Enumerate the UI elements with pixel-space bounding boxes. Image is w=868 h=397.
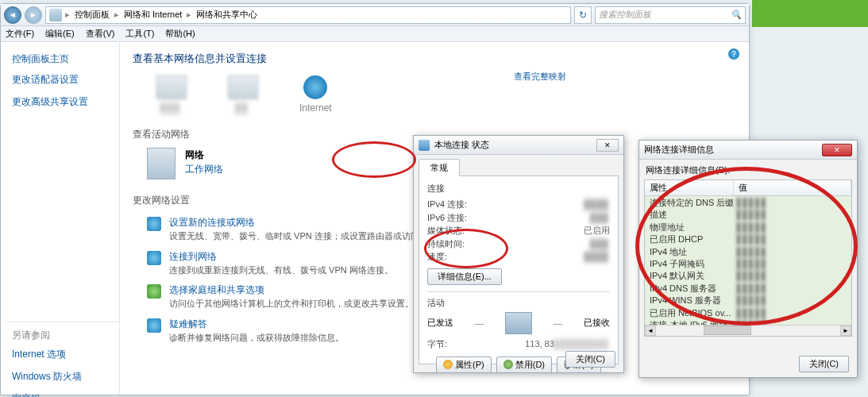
tab-general[interactable]: 常规 xyxy=(419,159,460,176)
menu-view[interactable]: 查看(V) xyxy=(86,28,115,40)
scroll-left-icon[interactable]: ◄ xyxy=(645,326,656,336)
media-state-label: 媒体状态: xyxy=(427,224,489,237)
homegroup-share-link[interactable]: 选择家庭组和共享选项 xyxy=(169,283,414,297)
prop-name: IPv4 子网掩码 xyxy=(645,258,734,270)
network-center-window: ◄ ► ▸ 控制面板 ▸ 网络和 Internet ▸ 网络和共享中心 ↻ 搜索… xyxy=(0,3,750,395)
ipv6-conn-label: IPv6 连接: xyxy=(427,211,489,225)
sidebar-adapter-settings[interactable]: 更改适配器设置 xyxy=(6,71,119,93)
search-icon: 🔍 xyxy=(731,10,742,20)
sidebar-home[interactable]: 控制面板主页 xyxy=(6,50,119,71)
duration-value: ▌▌▌ xyxy=(489,237,610,251)
page-accent-bar xyxy=(752,0,868,27)
details-row[interactable]: IPv4 默认网关▌▌▌▌▌ xyxy=(645,270,851,282)
prop-name: 已启用 NetBIOS ov... xyxy=(645,307,734,319)
scroll-thumb[interactable] xyxy=(704,326,751,335)
prop-value: ▌▌▌▌▌ xyxy=(734,295,851,306)
details-row[interactable]: IPv4 子网掩码▌▌▌▌▌ xyxy=(645,258,851,270)
prop-value: ▌▌▌▌▌ xyxy=(734,246,851,258)
refresh-button[interactable]: ↻ xyxy=(574,6,592,24)
prop-value: ▌▌▌▌▌ xyxy=(734,222,851,233)
local-connection-status-dialog: 本地连接 状态 ✕ 常规 连接 IPv4 连接:▌▌▌▌ IPv6 连接:▌▌▌… xyxy=(413,135,624,373)
menu-help[interactable]: 帮助(H) xyxy=(165,28,195,40)
close-icon[interactable]: ✕ xyxy=(596,139,619,152)
details-row[interactable]: 已启用 DHCP▌▌▌▌▌ xyxy=(645,233,851,245)
crumb-control-panel[interactable]: 控制面板 xyxy=(73,9,111,21)
network-details-dialog: 网络连接详细信息 ✕ 网络连接详细信息(D): 属性 值 连接特定的 DNS 后… xyxy=(638,140,858,378)
diagram-internet-icon: Internet xyxy=(299,75,332,114)
sidebar-homegroup[interactable]: 家庭组 xyxy=(6,390,119,397)
setup-new-connection-link[interactable]: 设置新的连接或网络 xyxy=(169,215,437,229)
disable-button[interactable]: 禁用(D) xyxy=(496,357,552,373)
prop-value: ▌▌▌▌▌ xyxy=(734,197,851,209)
duration-label: 持续时间: xyxy=(427,237,489,251)
speed-label: 速度: xyxy=(427,250,489,264)
prop-name: 已启用 DHCP xyxy=(645,233,734,245)
menu-edit[interactable]: 编辑(E) xyxy=(45,28,75,40)
diagram-computer-icon: ▌▌▌ xyxy=(156,75,187,114)
details-row[interactable]: IPv4 WINS 服务器▌▌▌▌▌ xyxy=(645,295,851,306)
shield-icon xyxy=(503,360,513,369)
sidebar-windows-firewall[interactable]: Windows 防火墙 xyxy=(6,368,119,390)
view-full-map-link[interactable]: 查看完整映射 xyxy=(514,71,566,83)
connect-network-link[interactable]: 连接到网络 xyxy=(169,249,393,264)
help-icon[interactable]: ? xyxy=(728,48,739,60)
prop-name: 物理地址 xyxy=(645,222,734,233)
prop-value: ▌▌▌▌▌ xyxy=(734,270,851,282)
details-list[interactable]: 属性 值 连接特定的 DNS 后缀▌▌▌▌▌描述▌▌▌▌▌物理地址▌▌▌▌▌已启… xyxy=(644,179,852,337)
sidebar: 控制面板主页 更改适配器设置 更改高级共享设置 另请参阅 Internet 选项… xyxy=(1,42,120,395)
col-value[interactable]: 值 xyxy=(734,180,851,195)
details-row[interactable]: IPv4 地址▌▌▌▌▌ xyxy=(645,246,851,258)
details-row[interactable]: 连接特定的 DNS 后缀▌▌▌▌▌ xyxy=(645,197,851,209)
dialog-titlebar[interactable]: 本地连接 状态 ✕ xyxy=(414,136,623,155)
close-button[interactable]: 关闭(C) xyxy=(565,351,615,368)
details-row[interactable]: IPv4 DNS 服务器▌▌▌▌▌ xyxy=(645,283,851,295)
properties-button[interactable]: 属性(P) xyxy=(436,357,492,373)
details-row[interactable]: 已启用 NetBIOS ov...▌▌▌▌▌ xyxy=(645,307,851,319)
menu-bar: 文件(F) 编辑(E) 查看(V) 工具(T) 帮助(H) xyxy=(1,26,749,42)
network-icon xyxy=(147,148,176,179)
prop-value: ▌▌▌▌▌ xyxy=(734,307,851,319)
col-property[interactable]: 属性 xyxy=(645,180,734,195)
details-row[interactable]: 描述▌▌▌▌▌ xyxy=(645,209,851,221)
horizontal-scrollbar[interactable]: ◄ ► xyxy=(645,325,851,336)
menu-file[interactable]: 文件(F) xyxy=(6,28,34,40)
sidebar-internet-options[interactable]: Internet 选项 xyxy=(6,345,119,368)
crumb-sharing-center[interactable]: 网络和共享中心 xyxy=(195,9,259,21)
prop-name: IPv4 WINS 服务器 xyxy=(645,295,734,306)
prop-value: ▌▌▌▌▌ xyxy=(734,258,851,270)
ipv4-conn-label: IPv4 连接: xyxy=(427,198,489,211)
details-button[interactable]: 详细信息(E)... xyxy=(427,268,502,285)
sidebar-advanced-sharing[interactable]: 更改高级共享设置 xyxy=(6,93,119,115)
details-list-label: 网络连接详细信息(D): xyxy=(646,164,852,176)
activity-group-head: 活动 xyxy=(427,297,610,309)
search-placeholder: 搜索控制面板 xyxy=(599,9,651,21)
scroll-right-icon[interactable]: ► xyxy=(840,326,851,336)
menu-tools[interactable]: 工具(T) xyxy=(125,28,154,40)
crumb-network-internet[interactable]: 网络和 Internet xyxy=(122,9,183,21)
close-icon[interactable]: ✕ xyxy=(822,144,852,156)
new-connection-icon xyxy=(147,217,161,231)
prop-value: ▌▌▌▌▌ xyxy=(734,209,851,221)
shield-icon xyxy=(443,360,453,369)
prop-name: 连接特定的 DNS 后缀 xyxy=(645,197,734,209)
prop-value: ▌▌▌▌▌ xyxy=(734,233,851,245)
dialog-title: 网络连接详细信息 xyxy=(644,144,714,156)
dialog-titlebar[interactable]: 网络连接详细信息 ✕ xyxy=(639,141,857,160)
diagram-network-icon: ▌▌ xyxy=(228,75,258,114)
troubleshoot-icon xyxy=(147,318,161,333)
close-button[interactable]: 关闭(C) xyxy=(799,356,849,372)
search-input[interactable]: 搜索控制面板 🔍 xyxy=(595,6,746,24)
ipv6-conn-value: ▌▌▌ xyxy=(489,211,610,225)
nav-forward-button[interactable]: ► xyxy=(25,6,42,24)
bytes-label: 字节: xyxy=(427,337,489,351)
sent-label: 已发送 xyxy=(427,317,453,329)
network-type-link[interactable]: 工作网络 xyxy=(185,162,223,176)
homegroup-share-icon xyxy=(147,284,161,299)
details-row[interactable]: 物理地址▌▌▌▌▌ xyxy=(645,222,851,233)
troubleshoot-link[interactable]: 疑难解答 xyxy=(169,317,344,331)
nav-back-button[interactable]: ◄ xyxy=(4,6,21,24)
breadcrumb[interactable]: ▸ 控制面板 ▸ 网络和 Internet ▸ 网络和共享中心 xyxy=(45,6,571,24)
network-diagram: ▌▌▌ ▌▌ Internet xyxy=(156,75,736,114)
homegroup-share-desc: 访问位于其他网络计算机上的文件和打印机，或更改共享设置。 xyxy=(169,297,414,310)
connection-icon xyxy=(419,140,430,151)
